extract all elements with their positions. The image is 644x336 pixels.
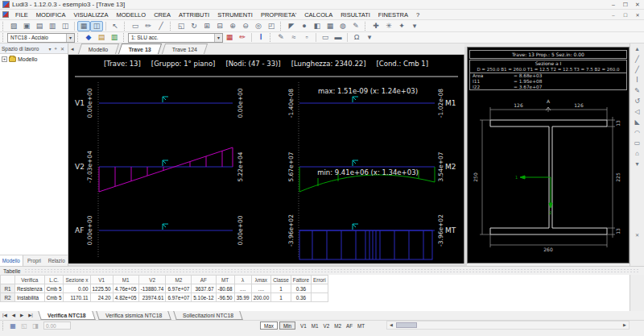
tab-trave-124[interactable]: Trave 124 — [162, 44, 208, 54]
pen2-icon[interactable]: ✎ — [275, 32, 287, 43]
ws-tab-relazione[interactable]: Relazio — [45, 255, 68, 266]
line-tool-icon[interactable]: ╱ — [635, 54, 639, 64]
polyline-tool-icon[interactable]: ╱ — [635, 64, 639, 75]
tab-verifica-ntc18[interactable]: Verifica NTC18 — [38, 311, 95, 320]
render-sphere-icon[interactable]: ● — [298, 21, 311, 31]
toolbar-handle[interactable] — [2, 22, 5, 31]
light-icon[interactable]: ✦ — [395, 21, 408, 31]
zoom-in-icon[interactable]: ⊕ — [226, 21, 239, 31]
toggle-mt[interactable]: MT — [357, 323, 365, 329]
check-shield-icon[interactable]: ◆ — [82, 32, 95, 43]
print-icon[interactable]: ▥ — [46, 21, 59, 31]
toolbar-handle[interactable] — [77, 33, 80, 42]
pen-tool-icon[interactable]: ✎ — [634, 85, 640, 96]
view-shaded-icon[interactable]: ▦ — [77, 21, 90, 31]
ws-tab-modello[interactable]: Modello — [0, 255, 23, 266]
child-restore-icon[interactable]: ☐ — [621, 11, 630, 19]
toggle-m2[interactable]: M2 — [334, 323, 341, 329]
settings-icon[interactable]: ✳ — [382, 21, 395, 31]
tab-scroll-left-icon[interactable]: ◂ — [68, 46, 76, 52]
copy-icon[interactable]: ▤ — [33, 21, 46, 31]
tree-item-modello[interactable]: + Modello — [0, 54, 68, 64]
line-icon[interactable]: ╱ — [155, 21, 167, 31]
axes-xy-icon[interactable]: ◱ — [19, 322, 30, 330]
table-row[interactable]: R2 Instabilità Cmb 5 1170.11 24.20 4.82e… — [1, 293, 328, 302]
pan-icon[interactable]: ◎ — [252, 21, 265, 31]
toggle-af[interactable]: AF — [346, 323, 353, 329]
scrollbar-thumb[interactable] — [396, 322, 417, 328]
ibeam-tool-icon[interactable]: Ⅰ — [636, 75, 638, 85]
min-button[interactable]: Min — [279, 321, 295, 330]
table-check-icon[interactable]: ▦ — [223, 32, 236, 43]
pane-close-icon[interactable]: ✕ — [635, 230, 639, 241]
close-icon[interactable]: ✕ — [59, 46, 66, 52]
toolbar-handle[interactable] — [170, 22, 172, 31]
menu-crea[interactable]: CREA — [150, 10, 175, 20]
col-af[interactable]: AF — [192, 276, 216, 284]
menu-file[interactable]: FILE — [11, 10, 32, 20]
norm-combobox[interactable]: NTC18 - Acciaio ▾ — [7, 33, 75, 43]
zoom-window-icon[interactable]: ◱ — [175, 21, 188, 31]
pin-icon[interactable]: ⌖ — [53, 46, 59, 52]
toggle-v2[interactable]: V2 — [324, 323, 330, 329]
save-icon[interactable]: ▣ — [20, 21, 33, 31]
drag-hatch[interactable] — [24, 268, 639, 274]
scroll-right-icon[interactable]: ▶ — [621, 321, 629, 329]
horizontal-scrollbar[interactable]: ◀ ▶ — [386, 321, 630, 330]
menu-finestra[interactable]: FINESTRA — [374, 10, 412, 20]
expand-icon[interactable]: + — [2, 56, 7, 62]
select-cursor-icon[interactable]: ◤ — [285, 21, 298, 31]
tab-sollecitazioni-ntc18[interactable]: Sollecitazioni NTC18 — [173, 311, 243, 320]
toggle-m1[interactable]: M1 — [312, 323, 319, 329]
menu-attributi[interactable]: ATTRIBUTI — [175, 10, 213, 20]
collapse-icon[interactable]: ⊟ — [213, 21, 226, 31]
row-id[interactable]: R2 — [1, 293, 15, 302]
more-icon[interactable]: ▾ — [408, 21, 421, 31]
prev-record-icon[interactable]: ◀ — [10, 311, 18, 319]
angle-tool-icon[interactable]: ◣ — [634, 117, 639, 127]
menu-strumenti[interactable]: STRUMENTI — [213, 10, 257, 20]
menu-proprieta[interactable]: PROPRIETA' — [257, 10, 300, 20]
roof-tool-icon[interactable]: ⌂ — [635, 148, 639, 159]
flip-tool-icon[interactable]: ◁ — [634, 106, 639, 117]
col-sezione-x[interactable]: Sezione x — [64, 276, 90, 284]
tab-trave-13[interactable]: Trave 13 — [118, 44, 162, 54]
copy-table-icon[interactable]: ▦ — [7, 322, 19, 330]
toolbar-handle[interactable] — [365, 22, 367, 31]
col-m2[interactable]: M2 — [166, 276, 192, 284]
globe-icon[interactable]: ◍ — [336, 21, 349, 31]
toolbar-handle[interactable] — [2, 321, 5, 330]
last-record-icon[interactable]: ▶| — [26, 311, 35, 319]
rect-dashed-icon[interactable]: ▭ — [319, 32, 332, 43]
view-extents-icon[interactable]: ◰ — [265, 21, 278, 31]
expand-icon[interactable]: ⊞ — [200, 21, 213, 31]
menu-modifica[interactable]: MODIFICA — [32, 10, 70, 20]
view-split-icon[interactable]: ◫ — [90, 21, 103, 31]
book-icon[interactable]: ▥ — [108, 32, 121, 43]
col-errori[interactable]: Errori — [311, 276, 328, 284]
rotate-tool-icon[interactable]: ↺ — [634, 96, 640, 106]
scroll-up-icon[interactable]: ▴ — [635, 44, 638, 54]
more-icon[interactable]: ▾ — [363, 32, 376, 43]
toolbar-handle[interactable] — [124, 22, 126, 31]
section-panel[interactable]: Trave: 13 Prop.: 5 Sez.in: 0.00 Sezione … — [467, 47, 630, 263]
grid-view-icon[interactable]: ▦ — [324, 21, 336, 31]
child-close-icon[interactable]: ✕ — [633, 11, 642, 19]
next-record-icon[interactable]: ▶ — [18, 311, 26, 319]
first-record-icon[interactable]: |◀ — [0, 311, 10, 319]
col-lambda[interactable]: λ — [234, 276, 251, 284]
scroll-left-icon[interactable]: ◀ — [387, 321, 395, 329]
ws-tab-proprieta[interactable]: Propri — [23, 255, 46, 266]
col-classe[interactable]: Classe — [271, 276, 291, 284]
chevron-down-icon[interactable]: ▾ — [214, 34, 222, 42]
toggle-v1[interactable]: V1 — [300, 323, 307, 329]
col-v1[interactable]: V1 — [90, 276, 113, 284]
menu-help[interactable]: ? — [412, 10, 423, 20]
help-pointer-icon[interactable]: ↖ — [109, 21, 122, 31]
max-button[interactable]: Max — [260, 321, 278, 330]
menu-visualizza[interactable]: VISUALIZZA — [70, 10, 113, 20]
more-tools-icon[interactable]: ▾ — [635, 159, 638, 169]
x-position-field[interactable]: 0.00 — [43, 321, 71, 330]
rect-icon[interactable]: ▬ — [332, 32, 345, 43]
col-fattore[interactable]: Fattore — [291, 276, 311, 284]
